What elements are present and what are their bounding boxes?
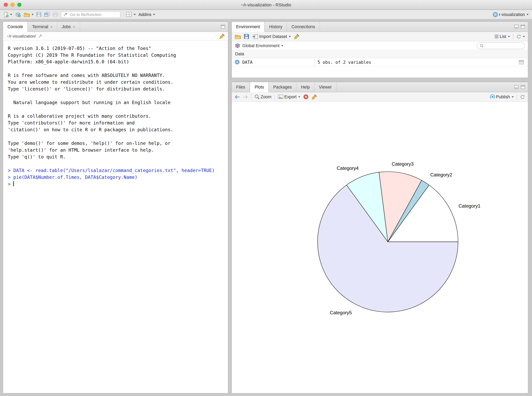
- addins-button[interactable]: Addins: [139, 12, 155, 17]
- open-folder-icon: [24, 12, 30, 17]
- list-view-button[interactable]: List: [494, 34, 510, 39]
- text-cursor: [13, 181, 14, 186]
- environment-object-row[interactable]: DATA 5 obs. of 2 variables: [232, 58, 528, 66]
- view-data-grid-icon[interactable]: [519, 60, 524, 64]
- load-workspace-button[interactable]: [235, 34, 241, 39]
- export-plot-button[interactable]: Export: [278, 94, 300, 99]
- console-output-line: [8, 92, 225, 99]
- tab-label: Environment: [236, 24, 260, 29]
- chevron-down-icon: [512, 96, 514, 98]
- environment-scope-selector[interactable]: Global Environment: [242, 43, 283, 48]
- pie-label-category2: Category2: [430, 172, 452, 177]
- goto-file-function-input[interactable]: [69, 12, 118, 17]
- chevron-down-icon: [289, 36, 291, 37]
- maximize-pane-icon[interactable]: [521, 85, 525, 89]
- zoom-plot-button[interactable]: Zoom: [254, 94, 271, 99]
- tab-jobs[interactable]: Jobs ×: [57, 22, 80, 32]
- tab-packages[interactable]: Packages: [269, 82, 297, 92]
- console-output[interactable]: R version 3.6.1 (2019-07-05) -- "Action …: [3, 41, 228, 393]
- console-pane: Console Terminal × Jobs × ~/r-visualizat…: [3, 21, 228, 393]
- tab-label: Files: [236, 85, 245, 89]
- new-file-button[interactable]: [3, 12, 12, 17]
- rstudio-window: ~/r-visualization - RStudio: [0, 0, 532, 396]
- new-project-button[interactable]: [15, 12, 21, 17]
- save-icon: [36, 12, 41, 17]
- toolbar-separator: [275, 94, 275, 100]
- console-command-line: > pie(DATA$Number.of.Times, DATA$Categor…: [8, 174, 225, 181]
- expand-object-icon[interactable]: [235, 60, 240, 64]
- publish-button[interactable]: Publish: [490, 94, 514, 99]
- publish-label: Publish: [496, 94, 510, 99]
- save-button[interactable]: [36, 12, 41, 17]
- environment-pane: Environment History Connections: [231, 21, 528, 78]
- close-tab-icon[interactable]: ×: [73, 25, 75, 29]
- console-output-line: [8, 160, 225, 167]
- console-command-line: > DATA <- read.table("/Users/lsalazar/co…: [8, 167, 225, 174]
- import-dataset-button[interactable]: Import Dataset: [252, 34, 291, 39]
- tab-label: Packages: [273, 85, 292, 89]
- chevron-down-icon: [526, 14, 529, 15]
- save-workspace-button[interactable]: [244, 34, 249, 39]
- console-output-line: Platform: x86_64-apple-darwin15.6.0 (64-…: [8, 58, 225, 65]
- toolbar-separator: [513, 33, 513, 40]
- tab-terminal[interactable]: Terminal ×: [28, 22, 57, 32]
- refresh-environment-button[interactable]: [516, 34, 525, 39]
- console-output-line: 'help.start()' for an HTML browser inter…: [8, 146, 225, 153]
- close-window-button[interactable]: [4, 3, 8, 7]
- pie-label-category4: Category4: [337, 165, 359, 171]
- console-output-line: You are welcome to redistribute it under…: [8, 79, 225, 86]
- console-prompt-line[interactable]: >: [8, 181, 225, 187]
- toolbar-separator: [123, 12, 123, 17]
- export-image-icon: [278, 95, 283, 99]
- console-output-line: Type 'q()' to quit R.: [8, 153, 225, 160]
- tab-files[interactable]: Files: [232, 82, 250, 92]
- clear-environment-button[interactable]: [294, 34, 299, 39]
- print-icon: [53, 12, 58, 17]
- minimize-window-button[interactable]: [11, 3, 15, 7]
- maximize-pane-icon[interactable]: [221, 25, 225, 29]
- clear-console-button[interactable]: [219, 33, 225, 39]
- console-output-line: [8, 65, 225, 72]
- console-tabbar: Console Terminal × Jobs ×: [3, 22, 228, 32]
- environment-toolbar: Import Dataset List: [232, 32, 528, 41]
- pane-layout-button[interactable]: [126, 12, 136, 17]
- tab-environment[interactable]: Environment: [232, 22, 265, 32]
- environment-search-box: [477, 42, 525, 49]
- environment-scope-row: Global Environment: [232, 41, 528, 50]
- tab-history[interactable]: History: [265, 22, 287, 32]
- remove-plot-button[interactable]: [303, 94, 308, 99]
- plots-toolbar: Zoom Export Publish: [232, 92, 528, 102]
- maximize-pane-icon[interactable]: [521, 25, 525, 29]
- clear-all-plots-button[interactable]: [312, 94, 317, 99]
- minimize-pane-icon[interactable]: [514, 25, 518, 29]
- traffic-lights: [4, 3, 21, 7]
- previous-plot-button[interactable]: [235, 95, 240, 99]
- list-view-label: List: [500, 34, 506, 39]
- plots-tabbar: Files Plots Packages Help Viewer: [232, 82, 528, 92]
- chevron-down-icon: [523, 36, 525, 37]
- save-all-button[interactable]: [44, 12, 50, 17]
- minimize-pane-icon[interactable]: [514, 85, 518, 89]
- environment-search-input[interactable]: [485, 43, 522, 48]
- section-label: Data: [235, 52, 244, 56]
- console-output-line: Copyright (C) 2019 The R Foundation for …: [8, 52, 225, 58]
- next-plot-button[interactable]: [243, 95, 248, 99]
- chevron-down-icon: [10, 14, 12, 15]
- refresh-plot-button[interactable]: [520, 94, 525, 99]
- goto-file-function-box: [61, 11, 121, 18]
- open-file-button[interactable]: [24, 12, 34, 17]
- tab-connections[interactable]: Connections: [287, 22, 320, 32]
- close-tab-icon[interactable]: ×: [50, 25, 53, 29]
- chevron-down-icon: [281, 45, 283, 46]
- print-button[interactable]: [53, 12, 58, 17]
- popout-console-icon[interactable]: [38, 34, 42, 38]
- project-menu-button[interactable]: R r-visualization: [492, 12, 529, 17]
- environment-scope-label: Global Environment: [242, 43, 279, 48]
- fullscreen-window-button[interactable]: [18, 3, 21, 7]
- tab-console[interactable]: Console: [3, 22, 28, 32]
- tab-plots[interactable]: Plots: [250, 82, 269, 92]
- object-summary: 5 obs. of 2 variables: [314, 58, 528, 66]
- tab-viewer[interactable]: Viewer: [314, 82, 336, 92]
- console-output-line: R is a collaborative project with many c…: [8, 113, 225, 119]
- tab-help[interactable]: Help: [297, 82, 315, 92]
